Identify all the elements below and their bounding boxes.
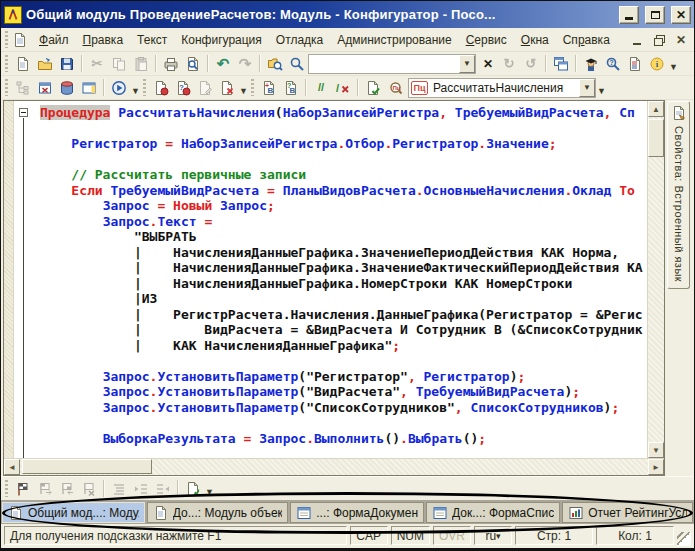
bookmark-toggle-button[interactable]: [12, 478, 34, 500]
bookmark-next-button[interactable]: [34, 478, 56, 500]
code-line[interactable]: Процедура РассчитатьНачисления(НаборЗапи…: [40, 105, 645, 121]
code-line[interactable]: "ВЫБРАТЬ: [40, 229, 645, 245]
scroll-down-icon[interactable]: ▼: [648, 442, 664, 458]
redo-button[interactable]: ↷: [234, 53, 256, 75]
find-button[interactable]: [286, 53, 308, 75]
toolbar-grip[interactable]: [4, 55, 9, 72]
menu-файл[interactable]: Файл: [32, 30, 76, 50]
breakpoint-add-button[interactable]: [150, 77, 172, 99]
horizontal-scrollbar[interactable]: ◄ ►: [4, 458, 664, 475]
code-line[interactable]: Регистратор = НаборЗаписейРегистра.Отбор…: [40, 136, 645, 152]
toolbar-grip[interactable]: [4, 79, 9, 96]
menu-администрирование[interactable]: Администрирование: [330, 30, 458, 50]
toolbar-grip[interactable]: [142, 79, 147, 96]
resize-grip[interactable]: [677, 532, 691, 546]
structure-button[interactable]: [12, 77, 34, 99]
window-tab[interactable]: До...: Модуль объекта: [147, 502, 288, 523]
toolbar-overflow-icon[interactable]: ▼: [596, 77, 607, 99]
code-line[interactable]: Если ТребуемыйВидРасчета = ПланыВидовРас…: [40, 183, 645, 199]
code-line[interactable]: [40, 353, 645, 369]
menu-окна[interactable]: Окна: [514, 30, 556, 50]
vertical-scrollbar[interactable]: ▲ ▼: [647, 101, 664, 458]
window-tab-active[interactable]: Общий мод...: Модуль: [2, 502, 145, 523]
vscroll-thumb[interactable]: [648, 119, 664, 157]
menu-текст[interactable]: Текст: [130, 30, 174, 50]
save-button[interactable]: [56, 53, 78, 75]
breakpoint-disable-button[interactable]: [194, 77, 216, 99]
paste-button[interactable]: [130, 53, 152, 75]
modules-doc-button[interactable]: [624, 53, 646, 75]
undo-button[interactable]: ↶: [212, 53, 234, 75]
code-line[interactable]: Запрос = Новый Запрос;: [40, 198, 645, 214]
scroll-right-icon[interactable]: ►: [648, 459, 664, 475]
menu-конфигурация[interactable]: Конфигурация: [174, 30, 269, 50]
code-line[interactable]: | ВидРасчета = &ВидРасчета И Сотрудник В…: [40, 322, 645, 338]
database-button[interactable]: [56, 77, 78, 99]
hscroll-thumb[interactable]: [22, 459, 152, 474]
format-block-button[interactable]: [108, 478, 130, 500]
code-line[interactable]: // Рассчитать первичные записи: [40, 167, 645, 183]
menu-сервис[interactable]: Сервис: [459, 30, 514, 50]
toolbar-overflow-icon[interactable]: ▼: [130, 77, 141, 99]
procedure-dropdown-icon[interactable]: ▼: [579, 79, 595, 97]
code-line[interactable]: [40, 415, 645, 431]
menubar-grip[interactable]: [4, 31, 9, 48]
code-line[interactable]: [40, 121, 645, 137]
code-line[interactable]: Запрос.УстановитьПараметр("ВидРасчета", …: [40, 384, 645, 400]
toolbar-overflow-icon[interactable]: ▼: [238, 77, 249, 99]
code-line[interactable]: Запрос.УстановитьПараметр("Регистратор",…: [40, 369, 645, 385]
mdi-restore-button[interactable]: [650, 32, 668, 48]
copy-button[interactable]: [108, 53, 130, 75]
code-line[interactable]: [40, 152, 645, 168]
uncomment-button[interactable]: /: [332, 77, 354, 99]
toolbar-overflow-icon[interactable]: ▼: [668, 53, 679, 75]
info-button[interactable]: i: [646, 53, 668, 75]
search-dropdown-icon[interactable]: ▼: [459, 55, 475, 73]
comment-button[interactable]: //: [310, 77, 332, 99]
window-tab[interactable]: Док...: ФормаСписка: [426, 502, 560, 523]
panel-button[interactable]: [78, 77, 100, 99]
mdi-system-menu-icon[interactable]: [12, 32, 28, 48]
indent-right-button[interactable]: [130, 478, 152, 500]
scroll-left-icon[interactable]: ◄: [4, 459, 20, 475]
maximize-button[interactable]: [645, 6, 665, 24]
print-button[interactable]: [160, 53, 182, 75]
toolbar-grip[interactable]: [250, 79, 255, 96]
find-next-button[interactable]: ↻: [498, 53, 520, 75]
bookmark-prev-button[interactable]: [56, 478, 78, 500]
window-tab[interactable]: ...: ФормаДокумента: [290, 502, 424, 523]
find-prev-button[interactable]: ↺: [520, 53, 542, 75]
breakpoint-clear-button[interactable]: [216, 77, 238, 99]
cut-button[interactable]: ✂: [86, 53, 108, 75]
code-line[interactable]: | НачисленияДанныеГрафика.ЗначениеПериод…: [40, 245, 645, 261]
title-bar[interactable]: Общий модуль ПроведениеРасчетов: Модуль …: [1, 1, 694, 28]
debug-start-button[interactable]: [108, 77, 130, 99]
toolbar-grip[interactable]: [4, 480, 9, 497]
mdi-close-button[interactable]: ✕: [672, 32, 690, 48]
template-open-button[interactable]: B?: [280, 77, 302, 99]
menu-отладка[interactable]: Отладка: [269, 30, 330, 50]
mdi-minimize-button[interactable]: [628, 32, 646, 48]
code-line[interactable]: ВыборкаРезультата = Запрос.Выполнить().В…: [40, 431, 645, 447]
menu-справка[interactable]: Справка: [556, 30, 617, 50]
code-line[interactable]: | КАК НачисленияДанныеГрафика";: [40, 338, 645, 354]
new-document-button[interactable]: [12, 53, 34, 75]
breakpoint-condition-button[interactable]: ?: [172, 77, 194, 99]
code-line[interactable]: | НачисленияДанныеГрафика.НомерСтроки КА…: [40, 276, 645, 292]
language-dropdown-icon[interactable]: ▾: [496, 531, 501, 541]
code-editor[interactable]: Процедура РассчитатьНачисления(НаборЗапи…: [14, 101, 647, 458]
syntax-assistant-button[interactable]: [580, 53, 602, 75]
context-help-button[interactable]: ?: [602, 53, 624, 75]
window-tab[interactable]: Отчет РейтингУслуг: [562, 502, 693, 523]
close-window-button[interactable]: [34, 77, 56, 99]
template-add-button[interactable]: B+: [258, 77, 280, 99]
procedures-list-button[interactable]: [182, 478, 204, 500]
indent-left-button[interactable]: [152, 478, 174, 500]
goto-procedure-button[interactable]: Пц: [384, 77, 406, 99]
code-line[interactable]: | НачисленияДанныеГрафика.ЗначениеФактич…: [40, 260, 645, 276]
clear-search-button[interactable]: ✕: [478, 54, 498, 74]
syntax-check-button[interactable]: [362, 77, 384, 99]
code-line[interactable]: Запрос.Текст =: [40, 214, 645, 230]
code-line[interactable]: | РегистрРасчета.Начисления.ДанныеГрафик…: [40, 307, 645, 323]
minimize-button[interactable]: [619, 6, 639, 24]
